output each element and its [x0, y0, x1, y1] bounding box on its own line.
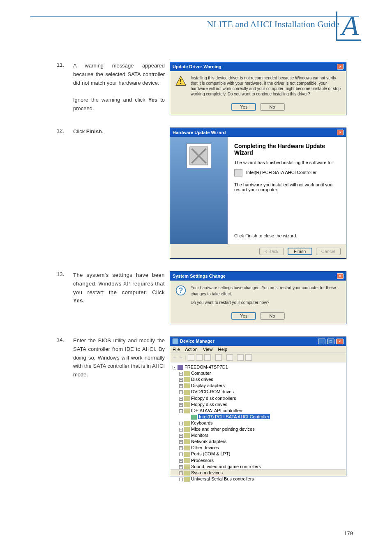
device-tree[interactable]: -FREEDOM-47SP7D1 +Computer+Disk drives+D…	[170, 362, 346, 469]
step-number: 12.	[57, 128, 73, 259]
toolbar-icon[interactable]	[245, 354, 252, 361]
update-driver-warning-dialog: Update Driver Warning × ! Installing thi…	[170, 62, 346, 115]
tree-item[interactable]: +Monitors	[179, 432, 344, 439]
menu-bar[interactable]: File Action View Help	[170, 346, 346, 353]
toolbar-icon[interactable]	[204, 354, 211, 361]
dialog-title: System Settings Change	[173, 274, 226, 278]
menu-view[interactable]: View	[203, 347, 213, 352]
no-button[interactable]: No	[260, 312, 285, 320]
step-text: Click Finish.	[73, 128, 170, 259]
expand-icon[interactable]: +	[179, 478, 183, 481]
expand-icon[interactable]: +	[179, 446, 183, 450]
tree-item[interactable]: +Computer	[179, 370, 344, 376]
dialog-titlebar[interactable]: Hardware Update Wizard ×	[170, 128, 346, 137]
tree-item[interactable]: +Network adapters	[179, 439, 344, 445]
dialog-title: Update Driver Warning	[173, 64, 221, 69]
tree-item[interactable]: +Sound, video and game controllers	[179, 464, 344, 470]
tree-root[interactable]: -FREEDOM-47SP7D1	[173, 364, 344, 370]
toolbar-icon[interactable]	[188, 354, 194, 361]
expand-icon[interactable]: +	[179, 428, 183, 432]
toolbar-icon[interactable]	[215, 354, 222, 361]
wizard-text: The hardware you installed will not work…	[234, 182, 339, 192]
window-titlebar[interactable]: Device Manager _ □ ×	[170, 337, 346, 346]
close-icon[interactable]: ×	[337, 130, 344, 135]
expand-icon[interactable]: +	[179, 397, 183, 401]
category-icon	[184, 464, 190, 469]
category-icon	[184, 402, 190, 407]
tree-item[interactable]: +Floppy disk controllers	[179, 395, 344, 402]
toolbar-icon[interactable]	[226, 354, 233, 361]
menu-file[interactable]: File	[173, 347, 180, 352]
tree-item[interactable]: +DVD/CD-ROM drives	[179, 389, 344, 395]
expand-icon[interactable]: +	[179, 453, 183, 456]
expand-icon[interactable]: +	[179, 378, 183, 382]
close-icon[interactable]: ×	[337, 64, 344, 70]
category-icon	[184, 471, 190, 476]
yes-button[interactable]: Yes	[231, 312, 256, 320]
tree-label: Other devices	[191, 445, 219, 450]
step-14: 14. Enter the BIOS utility and modify th…	[57, 337, 353, 476]
tree-item[interactable]: +Keyboards	[179, 420, 344, 426]
dialog-title: Hardware Update Wizard	[173, 130, 226, 135]
category-icon	[184, 390, 190, 395]
close-icon[interactable]: ×	[337, 273, 344, 279]
toolbar-icon[interactable]	[237, 354, 244, 361]
svg-text:!: !	[180, 78, 182, 85]
collapse-icon[interactable]: -	[173, 366, 176, 369]
hardware-update-wizard: Hardware Update Wizard × Completing the …	[170, 128, 346, 259]
tree-label: Ports (COM & LPT)	[191, 451, 230, 456]
toolbar-icon[interactable]	[196, 354, 203, 361]
tree-item[interactable]: +Floppy disk drives	[179, 402, 344, 408]
expand-icon[interactable]: +	[179, 434, 183, 438]
expand-icon[interactable]: +	[179, 459, 183, 463]
minimize-icon[interactable]: _	[318, 339, 325, 344]
dialog-titlebar[interactable]: Update Driver Warning ×	[170, 62, 346, 71]
expand-icon[interactable]: +	[179, 471, 183, 475]
expand-icon[interactable]: +	[179, 372, 183, 376]
tree-item[interactable]: Intel(R) PCH SATA AHCI Controller	[186, 414, 344, 420]
tree-item[interactable]: +Ports (COM & LPT)	[179, 451, 344, 457]
menu-action[interactable]: Action	[185, 347, 198, 352]
tree-item[interactable]: +Mice and other pointing devices	[179, 426, 344, 432]
dialog-titlebar[interactable]: System Settings Change ×	[170, 272, 346, 281]
expand-icon[interactable]: +	[179, 384, 183, 388]
dialog-message: Your hardware settings have changed. You…	[191, 285, 341, 297]
tree-label: IDE ATA/ATAPI controllers	[191, 408, 244, 413]
step-12: 12. Click Finish. Hardware Update Wizard…	[57, 128, 353, 259]
step-number: 11.	[57, 62, 73, 115]
dialog-message: Do you want to restart your computer now…	[191, 299, 341, 306]
menu-help[interactable]: Help	[218, 347, 228, 352]
toolbar: ← → | | | |	[170, 353, 346, 362]
finish-button[interactable]: Finish	[288, 248, 312, 255]
tree-item[interactable]: +Universal Serial Bus controllers	[179, 476, 344, 482]
expand-icon[interactable]: +	[179, 422, 183, 425]
expand-icon[interactable]: +	[179, 465, 183, 469]
system-settings-change-dialog: System Settings Change × ? Your hardware…	[170, 271, 346, 324]
expand-icon[interactable]: +	[179, 403, 183, 407]
tree-item[interactable]: +Disk drives	[179, 376, 344, 383]
svg-text:?: ?	[179, 286, 183, 295]
device-name: Intel(R) PCH SATA AHCI Controller	[246, 170, 316, 175]
expand-icon[interactable]: +	[179, 390, 183, 394]
device-icon	[234, 169, 242, 176]
yes-button[interactable]: Yes	[231, 103, 256, 111]
wizard-graphic-icon	[187, 144, 211, 168]
close-icon[interactable]: ×	[336, 339, 344, 344]
nav-forward-icon[interactable]: →	[179, 355, 183, 360]
no-button[interactable]: No	[260, 103, 285, 111]
tree-item[interactable]: +Display adapters	[179, 383, 344, 389]
category-icon	[184, 408, 190, 413]
tree-item[interactable]: -IDE ATA/ATAPI controllers	[179, 408, 344, 414]
dialog-message: Installing this device driver is not rec…	[191, 75, 341, 97]
category-icon	[184, 439, 190, 444]
expand-icon[interactable]: -	[179, 409, 183, 413]
maximize-icon[interactable]: □	[327, 339, 334, 344]
tree-item[interactable]: +Other devices	[179, 445, 344, 451]
tree-label: Mice and other pointing devices	[191, 427, 255, 432]
nav-back-icon[interactable]: ←	[173, 355, 177, 360]
window-title: Device Manager	[180, 339, 214, 343]
expand-icon[interactable]: +	[179, 440, 183, 444]
tree-item[interactable]: +Processors	[179, 457, 344, 464]
category-icon	[184, 433, 190, 438]
wizard-sidebar	[170, 137, 228, 244]
